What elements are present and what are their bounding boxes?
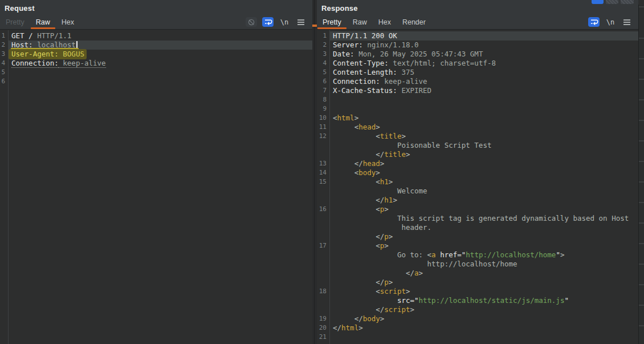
- code-text: <html>: [329, 114, 638, 123]
- code-line[interactable]: This script tag is generated dynamically…: [317, 214, 638, 223]
- word-wrap-toggle-icon[interactable]: [262, 17, 274, 27]
- code-line[interactable]: 11 <head>: [317, 123, 638, 132]
- line-number: [317, 150, 329, 159]
- code-line[interactable]: 6Connection: keep-alive: [317, 77, 638, 86]
- code-line[interactable]: 4Content-Type: text/html; charset=utf-8: [317, 59, 638, 68]
- response-tab-pretty[interactable]: Pretty: [317, 15, 347, 29]
- request-toolbar: \n: [246, 15, 312, 29]
- code-text: </head>: [329, 159, 638, 168]
- code-text: Host: localhost: [8, 41, 312, 50]
- line-number: 21: [317, 333, 329, 342]
- slashed-circle-glyph: [247, 18, 255, 26]
- code-text: X-Cache-Status: EXPIRED: [329, 86, 638, 95]
- code-line[interactable]: 16 <p>: [317, 205, 638, 214]
- line-number: [317, 278, 329, 287]
- line-number: 1: [317, 31, 329, 41]
- code-text: </script>: [329, 305, 638, 314]
- code-text: <body>: [329, 168, 638, 177]
- code-line[interactable]: 3Date: Mon, 26 May 2025 05:47:43 GMT: [317, 50, 638, 59]
- code-text: GET / HTTP/1.1: [8, 31, 312, 41]
- code-line[interactable]: Welcome: [317, 187, 638, 196]
- code-line[interactable]: 12 <title>: [317, 132, 638, 141]
- code-line[interactable]: 2Server: nginx/1.18.0: [317, 41, 638, 50]
- code-text: </body>: [329, 314, 638, 323]
- code-line[interactable]: 19 </body>: [317, 314, 638, 323]
- request-tab-pretty[interactable]: Pretty: [0, 15, 30, 29]
- code-text: HTTP/1.1 200 OK: [329, 31, 638, 41]
- code-line[interactable]: Poisonable Script Test: [317, 141, 638, 150]
- word-wrap-toggle-icon[interactable]: [588, 17, 600, 27]
- code-text: User-Agent: BOGUS: [8, 50, 312, 59]
- code-line[interactable]: 21: [317, 333, 638, 342]
- line-number: [317, 187, 329, 196]
- code-line[interactable]: 9: [317, 104, 638, 114]
- code-line[interactable]: 1GET / HTTP/1.1: [0, 31, 312, 41]
- code-line[interactable]: 17 <p>: [317, 241, 638, 250]
- toolbar-cut-icon[interactable]: [606, 0, 618, 4]
- code-line[interactable]: </title>: [317, 150, 638, 159]
- code-line[interactable]: </p>: [317, 278, 638, 287]
- code-line[interactable]: </p>: [317, 232, 638, 241]
- code-line[interactable]: 3User-Agent: BOGUS: [0, 50, 312, 59]
- response-header: Response Pretty Raw Hex Render: [317, 0, 638, 30]
- code-line[interactable]: 5: [0, 68, 312, 77]
- nonprintable-chars-toggle-icon[interactable]: \n: [605, 17, 616, 27]
- request-panel: Request Pretty Raw Hex: [0, 0, 312, 344]
- code-line[interactable]: 13 </head>: [317, 159, 638, 168]
- response-tab-render[interactable]: Render: [397, 15, 431, 29]
- slashed-circle-icon[interactable]: [246, 17, 257, 27]
- code-line[interactable]: 10<html>: [317, 114, 638, 123]
- line-number: 9: [317, 104, 329, 114]
- scroll-marker-column[interactable]: [638, 5, 644, 344]
- request-editor[interactable]: 1GET / HTTP/1.12Host: localhost3User-Age…: [0, 30, 312, 344]
- code-line[interactable]: Go to: <a href="http://localhost/home">: [317, 250, 638, 260]
- line-number: 18: [317, 287, 329, 296]
- code-line[interactable]: 5Content-Length: 375: [317, 68, 638, 77]
- request-tab-raw[interactable]: Raw: [30, 15, 56, 29]
- code-line[interactable]: src="http://localhost/static/js/main.js": [317, 296, 638, 305]
- toolbar-cut-icon[interactable]: [621, 0, 634, 4]
- response-tab-hex[interactable]: Hex: [373, 15, 397, 29]
- code-line[interactable]: http://localhost/home: [317, 260, 638, 269]
- editor-menu-icon[interactable]: [621, 17, 633, 27]
- code-text: [8, 77, 312, 86]
- code-line[interactable]: 1HTTP/1.1 200 OK: [317, 31, 638, 41]
- line-number: [317, 232, 329, 241]
- line-number: 6: [0, 77, 8, 86]
- code-line[interactable]: 4Connection: keep-alive: [0, 59, 312, 68]
- panel-splitter[interactable]: [312, 0, 317, 344]
- code-text: Connection: keep-alive: [8, 59, 312, 68]
- code-text: <h1>: [329, 177, 638, 187]
- response-panel: Response Pretty Raw Hex Render: [317, 0, 644, 344]
- code-text: </h1>: [329, 196, 638, 205]
- code-line[interactable]: 14 <body>: [317, 168, 638, 177]
- code-text: http://localhost/home: [329, 260, 638, 269]
- response-editor[interactable]: 1HTTP/1.1 200 OK2Server: nginx/1.18.03Da…: [317, 30, 638, 344]
- line-number: 17: [317, 241, 329, 250]
- editor-menu-icon[interactable]: [295, 17, 307, 27]
- code-text: Server: nginx/1.18.0: [329, 41, 638, 50]
- request-tabbar: Pretty Raw Hex: [0, 15, 312, 29]
- code-line[interactable]: </script>: [317, 305, 638, 314]
- code-line[interactable]: 15 <h1>: [317, 177, 638, 187]
- code-line[interactable]: 7X-Cache-Status: EXPIRED: [317, 86, 638, 95]
- code-line[interactable]: 8: [317, 95, 638, 104]
- code-line[interactable]: 6: [0, 77, 312, 86]
- line-number: 6: [317, 77, 329, 86]
- line-number: 5: [0, 68, 8, 77]
- word-wrap-cut-icon[interactable]: [592, 0, 604, 4]
- code-text: </p>: [329, 232, 638, 241]
- code-line[interactable]: 20</html>: [317, 323, 638, 333]
- nonprintable-chars-toggle-icon[interactable]: \n: [279, 17, 290, 27]
- code-line[interactable]: 2Host: localhost: [0, 41, 312, 50]
- line-number: 1: [0, 31, 8, 41]
- request-tab-hex[interactable]: Hex: [56, 15, 80, 29]
- response-tabbar: Pretty Raw Hex Render: [317, 15, 638, 29]
- code-line[interactable]: </h1>: [317, 196, 638, 205]
- code-line[interactable]: </a>: [317, 269, 638, 278]
- wrap-glyph: [264, 18, 272, 26]
- code-text: Content-Length: 375: [329, 68, 638, 77]
- code-line[interactable]: header.: [317, 223, 638, 232]
- code-line[interactable]: 18 <script>: [317, 287, 638, 296]
- response-tab-raw[interactable]: Raw: [347, 15, 373, 29]
